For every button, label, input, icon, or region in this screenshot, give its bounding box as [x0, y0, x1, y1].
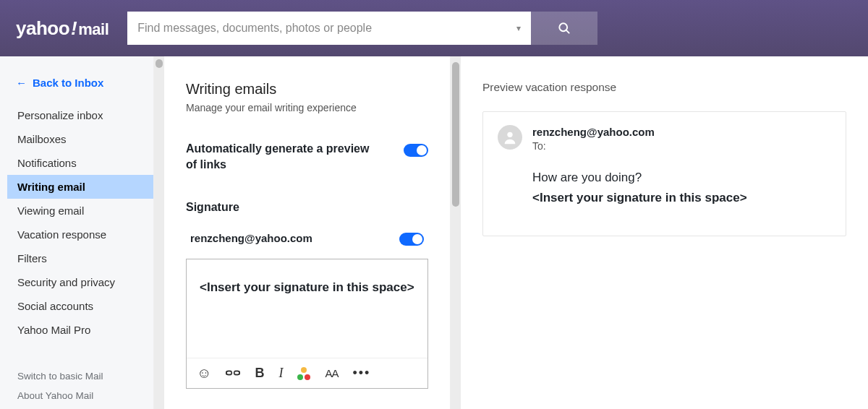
signature-editor: <Insert your signature in this space> ☺ …: [186, 259, 428, 389]
arrow-left-icon: ←: [16, 77, 27, 89]
sidebar-item-writing-email[interactable]: Writing email: [7, 175, 153, 199]
search-placeholder: Find messages, documents, photos or peop…: [137, 22, 372, 35]
sidebar-link-about-our-ads[interactable]: About our Ads: [0, 405, 153, 409]
page-subtitle: Manage your email writing experience: [186, 102, 428, 113]
preview-body-line: How are you doing?: [532, 171, 831, 185]
link-icon[interactable]: [226, 366, 240, 381]
sidebar-link-switch-basic[interactable]: Switch to basic Mail: [0, 366, 153, 386]
svg-line-1: [566, 30, 569, 33]
person-icon: [502, 129, 518, 145]
settings-sidebar: ← Back to Inbox Personalize inbox Mailbo…: [0, 56, 154, 409]
svg-point-4: [507, 132, 512, 137]
search-icon: [557, 21, 571, 35]
logo-brand: yahoo: [16, 17, 69, 40]
chevron-down-icon[interactable]: ▾: [516, 23, 521, 33]
scrollbar-settings-right[interactable]: [451, 56, 461, 409]
svg-rect-3: [234, 371, 240, 375]
logo-product: mail: [78, 20, 109, 39]
signature-textarea[interactable]: <Insert your signature in this space>: [187, 259, 427, 358]
back-label: Back to Inbox: [33, 77, 103, 89]
font-size-icon[interactable]: AA: [325, 367, 338, 379]
setting-link-preview-label: Automatically generate a preview of link…: [186, 141, 374, 172]
sidebar-link-about-yahoo-mail[interactable]: About Yahoo Mail: [0, 386, 153, 405]
italic-icon[interactable]: I: [278, 366, 283, 381]
sidebar-secondary-group: Switch to basic Mail About Yahoo Mail Ab…: [0, 366, 153, 409]
sidebar-item-personalize-inbox[interactable]: Personalize inbox: [0, 103, 153, 127]
preview-card: renzcheng@yahoo.com To: How are you doin…: [482, 111, 846, 236]
more-icon[interactable]: •••: [352, 366, 370, 381]
preview-from-row: renzcheng@yahoo.com To:: [498, 125, 831, 153]
sidebar-item-vacation-response[interactable]: Vacation response: [0, 223, 153, 246]
logo-bang: !: [71, 17, 77, 40]
svg-rect-2: [226, 371, 232, 375]
signature-heading: Signature: [186, 201, 428, 214]
preview-heading: Preview vacation response: [482, 81, 846, 94]
bold-icon[interactable]: B: [255, 366, 264, 381]
scrollbar-settings-left[interactable]: [154, 56, 164, 409]
signature-email: renzcheng@yahoo.com: [190, 232, 312, 244]
app-header: yahoo!mail Find messages, documents, pho…: [0, 0, 868, 56]
preview-from-email: renzcheng@yahoo.com: [532, 125, 655, 139]
sidebar-item-viewing-email[interactable]: Viewing email: [0, 199, 153, 223]
yahoo-mail-logo[interactable]: yahoo!mail: [16, 17, 109, 40]
sidebar-item-notifications[interactable]: Notifications: [0, 151, 153, 175]
signature-account-row: renzcheng@yahoo.com: [186, 230, 428, 246]
search-input[interactable]: Find messages, documents, photos or peop…: [127, 12, 531, 45]
text-color-icon[interactable]: [297, 367, 310, 380]
sidebar-item-yahoo-mail-pro[interactable]: Yahoo Mail Pro: [0, 318, 153, 342]
setting-link-preview: Automatically generate a preview of link…: [186, 141, 428, 172]
preview-to-label: To:: [532, 139, 655, 153]
page-title: Writing emails: [186, 81, 428, 98]
sidebar-item-filters[interactable]: Filters: [0, 246, 153, 270]
search-button[interactable]: [531, 12, 597, 45]
back-to-inbox-link[interactable]: ← Back to Inbox: [0, 72, 153, 103]
preview-panel: Preview vacation response renzcheng@yaho…: [461, 56, 868, 409]
search-bar: Find messages, documents, photos or peop…: [127, 12, 597, 45]
toggle-link-preview[interactable]: [404, 144, 428, 157]
toggle-signature[interactable]: [399, 233, 424, 246]
preview-signature-line: <Insert your signature in this space>: [532, 191, 831, 205]
emoji-icon[interactable]: ☺: [197, 365, 211, 382]
settings-panel: Writing emails Manage your email writing…: [164, 56, 451, 409]
avatar: [498, 125, 522, 150]
sidebar-item-mailboxes[interactable]: Mailboxes: [0, 127, 153, 151]
preview-body: How are you doing? <Insert your signatur…: [498, 171, 831, 205]
preview-from-meta: renzcheng@yahoo.com To:: [532, 125, 655, 153]
scroll-arrow-up[interactable]: [156, 59, 163, 68]
signature-toolbar: ☺ B I AA •••: [187, 358, 427, 388]
sidebar-item-security-and-privacy[interactable]: Security and privacy: [0, 270, 153, 294]
sidebar-item-social-accounts[interactable]: Social accounts: [0, 294, 153, 318]
scroll-thumb[interactable]: [452, 62, 459, 207]
